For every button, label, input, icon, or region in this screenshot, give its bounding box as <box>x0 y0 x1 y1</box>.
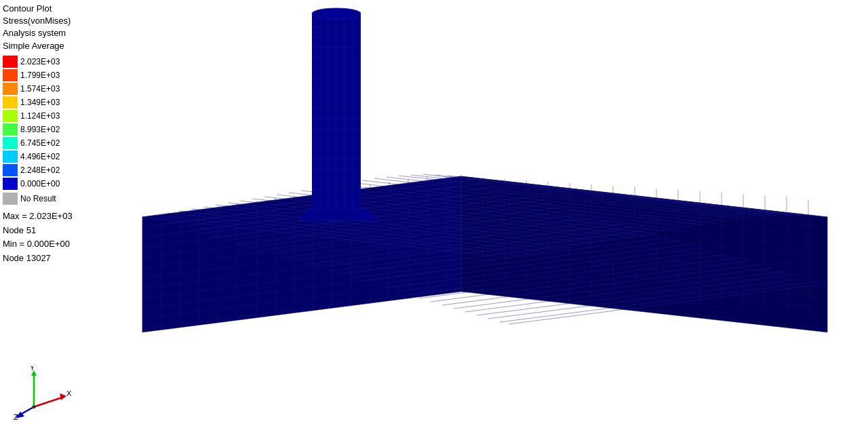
legend-label-8: 2.248E+02 <box>20 165 60 175</box>
legend-row-0: 2.023E+03 <box>3 55 111 68</box>
legend-swatch-4 <box>3 110 18 122</box>
legend-max-node: Node 51 <box>3 224 111 238</box>
legend-label-1: 1.799E+03 <box>20 71 60 80</box>
legend-label-7: 4.496E+02 <box>20 152 60 161</box>
legend-swatch-3 <box>3 96 18 108</box>
legend-row-9: 0.000E+00 <box>3 177 111 191</box>
legend-row-2: 1.574E+03 <box>3 82 111 96</box>
legend-swatch-9 <box>3 178 18 190</box>
legend-no-result-label: No Result <box>20 194 56 203</box>
legend-no-result-row: No Result <box>3 192 111 205</box>
legend-swatch-7 <box>3 151 18 163</box>
legend-swatch-1 <box>3 69 18 81</box>
legend-row-4: 1.124E+03 <box>3 109 111 123</box>
svg-marker-151 <box>298 209 380 220</box>
fem-visualization: /* SVG grid lines drawn below */ <box>0 0 868 434</box>
legend-label-3: 1.349E+03 <box>20 98 60 107</box>
legend-title-line4: Simple Average <box>3 40 111 52</box>
legend-swatch-2 <box>3 83 18 95</box>
legend-min-label: Min = 0.000E+00 <box>3 237 111 252</box>
legend-no-result-swatch <box>3 193 18 205</box>
legend-row-8: 2.248E+02 <box>3 163 111 177</box>
svg-marker-156 <box>60 393 66 400</box>
legend-label-2: 1.574E+03 <box>20 84 60 94</box>
legend-stats: Max = 2.023E+03 Node 51 Min = 0.000E+00 … <box>3 210 111 266</box>
legend-label-0: 2.023E+03 <box>20 57 60 66</box>
legend-title-line3: Analysis system <box>3 27 111 39</box>
color-legend: 2.023E+031.799E+031.574E+031.349E+031.12… <box>3 55 111 191</box>
legend-min-node: Node 13027 <box>3 252 111 266</box>
legend-label-9: 0.000E+00 <box>20 179 60 189</box>
main-canvas: /* SVG grid lines drawn below */ <box>0 0 868 434</box>
legend-label-6: 6.745E+02 <box>20 138 60 148</box>
legend-row-6: 6.745E+02 <box>3 136 111 150</box>
svg-text:X: X <box>66 389 72 397</box>
legend-swatch-5 <box>3 123 18 136</box>
legend-row-3: 1.349E+03 <box>3 96 111 109</box>
svg-text:Z: Z <box>14 413 18 420</box>
svg-point-161 <box>33 406 36 409</box>
legend-swatch-8 <box>3 164 18 176</box>
svg-text:Y: Y <box>30 366 35 372</box>
legend-row-1: 1.799E+03 <box>3 68 111 82</box>
legend-max-label: Max = 2.023E+03 <box>3 210 111 224</box>
legend-panel: Contour Plot Stress(vonMises) Analysis s… <box>3 3 111 266</box>
coordinate-axes: Y X Z <box>14 366 75 420</box>
legend-row-5: 8.993E+02 <box>3 123 111 136</box>
legend-swatch-0 <box>3 56 18 68</box>
legend-row-7: 4.496E+02 <box>3 150 111 163</box>
svg-line-155 <box>34 397 64 407</box>
legend-swatch-6 <box>3 137 18 149</box>
legend-title-line1: Contour Plot <box>3 3 111 15</box>
svg-point-150 <box>312 8 361 19</box>
legend-title-line2: Stress(vonMises) <box>3 15 111 27</box>
legend-label-5: 8.993E+02 <box>20 125 60 134</box>
legend-label-4: 1.124E+03 <box>20 111 60 121</box>
legend-title: Contour Plot Stress(vonMises) Analysis s… <box>3 3 111 52</box>
